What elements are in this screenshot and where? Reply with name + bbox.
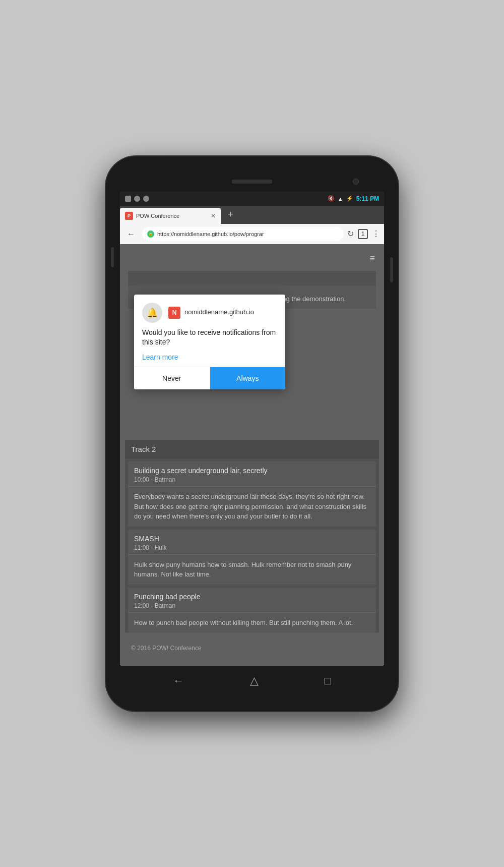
- tab-count-badge[interactable]: 1: [358, 229, 368, 239]
- talk-3-title: Punching bad people: [134, 593, 370, 601]
- always-button[interactable]: Always: [210, 367, 286, 389]
- phone-nav-bar: ← △ □: [120, 666, 384, 696]
- info-icon: [134, 196, 140, 202]
- talk-3-description: How to punch bad people without killing …: [128, 613, 376, 633]
- notification-header: 🔔 N nomiddlename.github.io: [134, 295, 285, 328]
- address-bar: ← 🔒 https://nomiddlename.github.io/pow/p…: [120, 224, 384, 244]
- notification-icon: [125, 196, 131, 202]
- talk-2-title-row: SMASH 11:00 - Hulk: [128, 530, 376, 555]
- ssl-icon: 🔒: [147, 230, 154, 238]
- recents-nav-button[interactable]: □: [324, 674, 331, 687]
- url-text: https://nomiddlename.github.io/pow/progr…: [157, 231, 264, 237]
- talk-2-title: SMASH: [134, 535, 370, 543]
- phone-speaker: [232, 180, 272, 184]
- site-name: nomiddlename.github.io: [184, 308, 254, 317]
- active-tab[interactable]: P POW Conference ✕: [120, 208, 221, 224]
- never-button[interactable]: Never: [134, 367, 210, 389]
- talk-1-description: Everybody wants a secret underground lai…: [128, 487, 376, 527]
- talk-card-1: Building a secret underground lair, secr…: [128, 461, 376, 527]
- status-right-icons: 🔇 ▲ ⚡ 5:11 PM: [328, 195, 379, 202]
- site-favicon: N: [168, 307, 180, 319]
- menu-button[interactable]: ⋮: [372, 229, 380, 239]
- face-icon: [143, 196, 149, 202]
- browser-action-buttons: ↻ 1 ⋮: [347, 229, 380, 239]
- bell-icon: 🔔: [142, 303, 162, 323]
- talk-1-meta: 10:00 - Batman: [134, 476, 370, 483]
- talk-3-meta: 12:00 - Batman: [134, 602, 370, 609]
- volume-button: [111, 247, 114, 267]
- tab-close-button[interactable]: ✕: [211, 212, 216, 219]
- talk-3-title-row: Punching bad people 12:00 - Batman: [128, 588, 376, 613]
- track-2-header: Track 2: [125, 440, 379, 458]
- talk-2-meta: 11:00 - Hulk: [134, 544, 370, 551]
- new-tab-button[interactable]: +: [221, 206, 240, 224]
- wifi-icon: ▲: [338, 196, 343, 202]
- phone-camera: [353, 179, 359, 185]
- phone-top-bar: [120, 171, 384, 192]
- site-info: N nomiddlename.github.io: [168, 307, 254, 319]
- reload-button[interactable]: ↻: [347, 229, 354, 239]
- talk-card-3: Punching bad people 12:00 - Batman How t…: [128, 588, 376, 633]
- notification-popup: 🔔 N nomiddlename.github.io Would you lik…: [134, 295, 285, 389]
- url-bar[interactable]: 🔒 https://nomiddlename.github.io/pow/pro…: [142, 227, 343, 241]
- tab-title: POW Conference: [136, 213, 208, 219]
- talk-1-title-row: Building a secret underground lair, secr…: [128, 461, 376, 487]
- notification-question: Would you like to receive notifications …: [142, 328, 277, 348]
- home-nav-button[interactable]: △: [250, 674, 259, 687]
- phone-device: 🔇 ▲ ⚡ 5:11 PM P POW Conference ✕ + ← 🔒 h…: [106, 156, 398, 711]
- phone-screen: 🔇 ▲ ⚡ 5:11 PM P POW Conference ✕ + ← 🔒 h…: [120, 192, 384, 666]
- status-left-icons: [125, 196, 149, 202]
- page-content: 🔔 N nomiddlename.github.io Would you lik…: [120, 244, 384, 666]
- hamburger-menu-icon[interactable]: ≡: [369, 253, 375, 264]
- notification-buttons: Never Always: [134, 367, 285, 389]
- menu-bar: ≡: [125, 249, 379, 268]
- talk-2-description: Hulk show puny humans how to smash. Hulk…: [128, 555, 376, 585]
- back-nav-button[interactable]: ←: [173, 674, 184, 687]
- back-button[interactable]: ←: [124, 227, 138, 241]
- tab-favicon: P: [125, 212, 133, 220]
- status-bar: 🔇 ▲ ⚡ 5:11 PM: [120, 192, 384, 206]
- notification-body: Would you like to receive notifications …: [134, 328, 285, 367]
- power-button: [390, 257, 393, 282]
- talk-1-title: Building a secret underground lair, secr…: [134, 467, 370, 475]
- mute-icon: 🔇: [328, 195, 335, 202]
- page-footer: © 2016 POW! Conference: [125, 637, 379, 660]
- talk-card-2: SMASH 11:00 - Hulk Hulk show puny humans…: [128, 530, 376, 585]
- battery-icon: ⚡: [346, 195, 353, 202]
- track-2-section: Track 2 Building a secret underground la…: [125, 440, 379, 632]
- learn-more-link[interactable]: Learn more: [142, 353, 178, 361]
- browser-tabs-bar: P POW Conference ✕ +: [120, 206, 384, 224]
- status-time: 5:11 PM: [356, 195, 379, 202]
